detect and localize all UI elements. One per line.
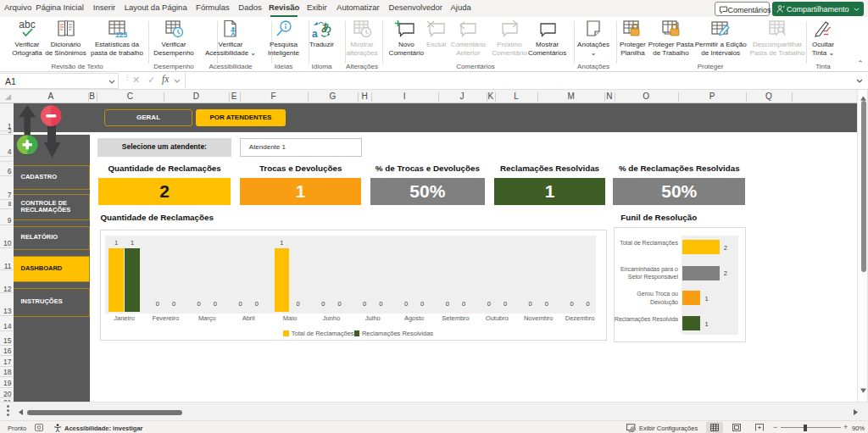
- svg-text:123: 123: [115, 31, 127, 38]
- svg-text:abc: abc: [19, 19, 35, 31]
- svg-text:あ: あ: [321, 21, 331, 33]
- svg-text:a: a: [312, 28, 318, 39]
